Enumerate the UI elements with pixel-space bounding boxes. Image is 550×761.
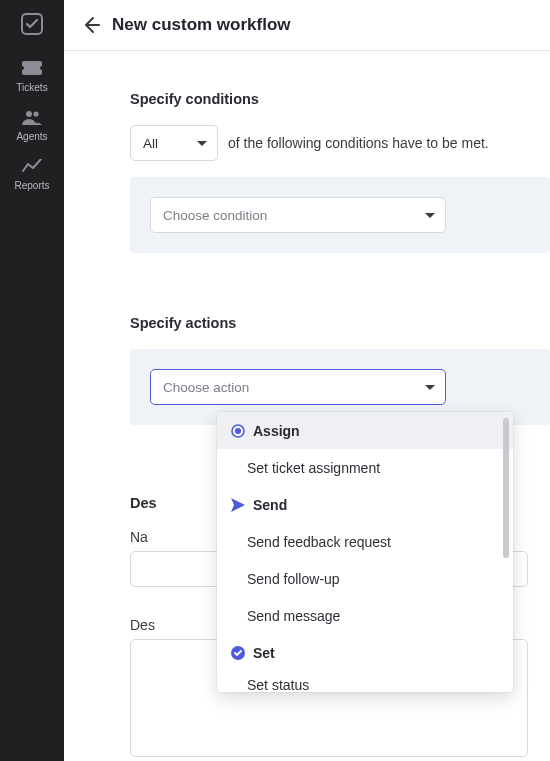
send-icon — [231, 498, 245, 512]
topbar: New custom workflow — [64, 0, 550, 51]
choose-action-placeholder: Choose action — [163, 380, 249, 395]
action-dropdown-scroll[interactable]: Assign Set ticket assignment Send Send f… — [217, 412, 513, 692]
action-option-send-follow-up[interactable]: Send follow-up — [217, 560, 513, 597]
action-group-label: Assign — [253, 423, 300, 439]
actions-section: Specify actions Choose action — [130, 315, 550, 425]
choose-condition-select[interactable]: Choose condition — [150, 197, 446, 233]
action-group-assign: Assign — [217, 412, 513, 449]
chevron-down-icon — [425, 213, 435, 218]
conditions-panel: Choose condition — [130, 177, 550, 253]
check-circle-icon — [231, 646, 245, 660]
svg-point-1 — [26, 111, 32, 117]
action-dropdown: Assign Set ticket assignment Send Send f… — [217, 412, 513, 692]
chevron-down-icon — [425, 385, 435, 390]
action-option-send-message[interactable]: Send message — [217, 597, 513, 634]
logo-check-icon — [20, 12, 44, 36]
action-option-label: Set ticket assignment — [247, 460, 380, 476]
back-button[interactable] — [76, 10, 106, 40]
match-mode-suffix: of the following conditions have to be m… — [228, 135, 489, 151]
svg-point-4 — [235, 428, 241, 434]
scrollbar-thumb[interactable] — [503, 418, 509, 558]
sidebar-item-agents[interactable]: Agents — [0, 99, 64, 148]
match-mode-value: All — [143, 136, 158, 151]
action-option-set-status[interactable]: Set status — [217, 671, 513, 692]
action-group-label: Send — [253, 497, 287, 513]
match-mode-select[interactable]: All — [130, 125, 218, 161]
action-option-set-ticket-assignment[interactable]: Set ticket assignment — [217, 449, 513, 486]
reports-icon — [22, 156, 42, 176]
action-group-send: Send — [217, 486, 513, 523]
chevron-down-icon — [197, 141, 207, 146]
action-option-label: Send feedback request — [247, 534, 391, 550]
sidebar-item-label: Agents — [16, 131, 47, 142]
agents-icon — [22, 107, 42, 127]
app-logo — [14, 6, 50, 42]
arrow-left-icon — [81, 15, 101, 35]
conditions-section: Specify conditions All of the following … — [130, 91, 550, 253]
ticket-icon — [22, 58, 42, 78]
action-option-send-feedback-request[interactable]: Send feedback request — [217, 523, 513, 560]
sidebar-item-tickets[interactable]: Tickets — [0, 50, 64, 99]
action-option-label: Send message — [247, 608, 340, 624]
svg-point-2 — [33, 111, 38, 116]
conditions-title: Specify conditions — [130, 91, 550, 107]
conditions-match-row: All of the following conditions have to … — [130, 125, 550, 161]
radio-icon — [231, 424, 245, 438]
sidebar-item-label: Tickets — [16, 82, 47, 93]
choose-action-select[interactable]: Choose action — [150, 369, 446, 405]
sidebar-item-reports[interactable]: Reports — [0, 148, 64, 197]
action-group-label: Set — [253, 645, 275, 661]
sidebar: Tickets Agents Reports — [0, 0, 64, 761]
action-group-set: Set — [217, 634, 513, 671]
action-option-label: Send follow-up — [247, 571, 340, 587]
action-option-label: Set status — [247, 677, 309, 692]
choose-condition-placeholder: Choose condition — [163, 208, 267, 223]
actions-title: Specify actions — [130, 315, 550, 331]
page-title: New custom workflow — [112, 15, 291, 35]
sidebar-item-label: Reports — [14, 180, 49, 191]
